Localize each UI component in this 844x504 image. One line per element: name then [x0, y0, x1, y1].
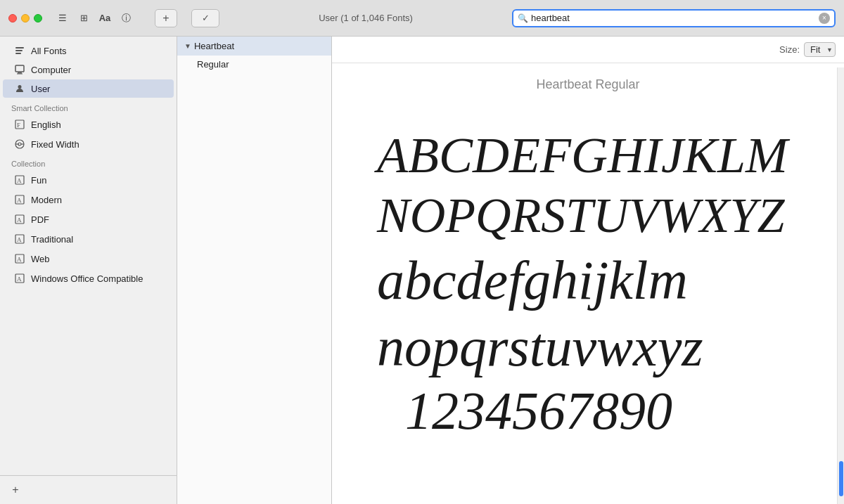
validate-button[interactable]: ✓: [191, 9, 219, 27]
sidebar-item-pdf[interactable]: A PDF: [3, 210, 174, 228]
svg-rect-0: [15, 47, 24, 49]
collection-label: Collection: [0, 154, 177, 170]
sidebar-item-label: All Fonts: [31, 46, 67, 56]
svg-point-6: [18, 85, 22, 89]
search-clear-button[interactable]: ×: [819, 13, 830, 24]
svg-text:F: F: [17, 122, 20, 129]
window-title: User (1 of 1,046 Fonts): [219, 13, 512, 23]
sidebar-item-english[interactable]: F English: [3, 115, 174, 134]
svg-rect-2: [15, 53, 21, 54]
hamburger-menu-button[interactable]: ☰: [53, 9, 72, 27]
toolbar-icons: ☰ ⊞ Aa ⓘ: [53, 9, 135, 27]
close-button[interactable]: [8, 14, 17, 22]
all-fonts-icon: [14, 45, 25, 56]
sidebar-item-windows-office[interactable]: A Windows Office Compatible: [3, 269, 174, 287]
sidebar-item-user[interactable]: User: [3, 79, 174, 98]
add-font-button[interactable]: +: [155, 9, 177, 27]
svg-rect-1: [15, 50, 23, 51]
sidebar: All Fonts Computer User Smart Collection…: [0, 37, 177, 504]
sidebar-item-all-fonts[interactable]: All Fonts: [3, 41, 174, 60]
preview-scrollbar-thumb: [839, 461, 843, 496]
traditional-icon: A: [14, 233, 25, 245]
font-family-row[interactable]: ▼ Heartbeat: [177, 37, 331, 56]
hamburger-icon: ☰: [58, 13, 67, 23]
svg-text:A: A: [17, 177, 22, 184]
font-style-row[interactable]: Regular: [177, 56, 331, 73]
windows-office-icon: A: [14, 273, 25, 284]
font-preview-display: .preview-text { font-family: 'Segoe Scri…: [363, 109, 813, 446]
aa-icon: Aa: [99, 13, 111, 23]
smart-collection-label: Smart Collection: [0, 98, 177, 115]
sidebar-footer: +: [0, 475, 177, 504]
search-input[interactable]: [531, 13, 819, 23]
font-preview-title: Heartbeat Regular: [536, 77, 639, 92]
svg-rect-4: [18, 72, 22, 74]
preview-toolbar: Size: Fit 9 12 18 24 36 48 64 72 ▼: [332, 37, 844, 63]
pdf-icon: A: [14, 214, 25, 225]
traffic-lights: [8, 14, 42, 22]
sidebar-item-label: Web: [31, 254, 50, 264]
svg-text:A: A: [17, 256, 22, 263]
sidebar-item-label: Windows Office Compatible: [31, 273, 143, 284]
sidebar-item-label: Fixed Width: [31, 139, 79, 150]
grid-icon: ⊞: [80, 13, 88, 23]
svg-rect-5: [17, 74, 23, 75]
family-arrow-icon: ▼: [184, 42, 191, 50]
sidebar-item-label: Traditional: [31, 234, 73, 245]
fun-icon: A: [14, 174, 25, 186]
grid-view-button[interactable]: ⊞: [75, 9, 93, 27]
web-icon: A: [14, 253, 25, 264]
size-label: Size:: [779, 44, 800, 55]
font-list-panel: ▼ Heartbeat Regular: [177, 37, 332, 504]
aa-preview-button[interactable]: Aa: [96, 9, 114, 27]
main-layout: All Fonts Computer User Smart Collection…: [0, 37, 844, 504]
info-button[interactable]: ⓘ: [117, 9, 135, 27]
preview-content: Heartbeat Regular .preview-text { font-f…: [332, 63, 844, 504]
sidebar-item-label: Modern: [31, 195, 62, 205]
svg-text:A: A: [17, 197, 22, 204]
sidebar-item-modern[interactable]: A Modern: [3, 190, 174, 209]
titlebar: ☰ ⊞ Aa ⓘ + ✓ User (1 of 1,046 Fonts) 🔍 ×: [0, 0, 844, 37]
computer-icon: [14, 64, 25, 75]
size-select[interactable]: Fit 9 12 18 24 36 48 64 72: [804, 42, 836, 57]
svg-rect-3: [15, 65, 24, 72]
search-container: 🔍 ×: [512, 9, 836, 27]
svg-text:ABCDEFGHIJKLM: ABCDEFGHIJKLM: [374, 127, 791, 183]
clear-icon: ×: [822, 14, 826, 22]
fixed-width-icon: [14, 138, 25, 150]
svg-text:A: A: [17, 236, 22, 243]
sidebar-item-label: Fun: [31, 175, 46, 186]
english-icon: F: [14, 119, 25, 130]
search-icon: 🔍: [518, 13, 528, 23]
sidebar-item-traditional[interactable]: A Traditional: [3, 230, 174, 248]
font-family-name: Heartbeat: [194, 41, 234, 51]
svg-text:A: A: [17, 217, 22, 224]
titlebar-left: ☰ ⊞ Aa ⓘ + ✓: [8, 9, 219, 27]
size-select-wrapper: Fit 9 12 18 24 36 48 64 72 ▼: [804, 42, 836, 57]
user-icon: [14, 83, 25, 94]
svg-text:1234567890: 1234567890: [405, 381, 672, 440]
modern-icon: A: [14, 194, 25, 205]
add-collection-button[interactable]: +: [8, 483, 23, 497]
svg-text:nopqrstuvwxyz: nopqrstuvwxyz: [377, 316, 703, 377]
sidebar-item-label: English: [31, 119, 61, 130]
svg-text:abcdefghijklm: abcdefghijklm: [377, 250, 688, 311]
sidebar-item-label: Computer: [31, 65, 71, 75]
sidebar-item-computer[interactable]: Computer: [3, 60, 174, 79]
minimize-button[interactable]: [21, 14, 30, 22]
sidebar-item-label: PDF: [31, 214, 49, 225]
preview-panel: Size: Fit 9 12 18 24 36 48 64 72 ▼ Heart…: [332, 37, 844, 504]
sidebar-item-label: User: [31, 84, 50, 94]
add-icon: +: [162, 12, 169, 25]
sidebar-item-web[interactable]: A Web: [3, 250, 174, 268]
svg-text:A: A: [17, 276, 22, 283]
info-icon: ⓘ: [122, 12, 131, 25]
sidebar-item-fixed-width[interactable]: Fixed Width: [3, 135, 174, 153]
check-icon: ✓: [202, 13, 210, 23]
font-style-name: Regular: [197, 59, 229, 70]
fullscreen-button[interactable]: [34, 14, 42, 22]
preview-scrollbar[interactable]: [837, 67, 844, 504]
sidebar-item-fun[interactable]: A Fun: [3, 171, 174, 189]
svg-text:NOPQRSTUVWXYZ: NOPQRSTUVWXYZ: [376, 188, 786, 243]
svg-point-10: [18, 143, 21, 146]
